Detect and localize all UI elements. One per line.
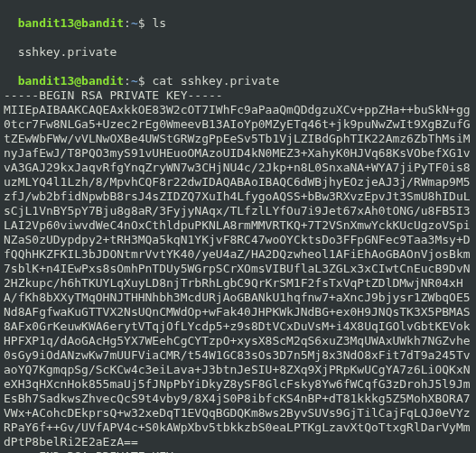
rsa-key-begin: -----BEGIN RSA PRIVATE KEY----- <box>4 88 472 103</box>
prompt-path: ~ <box>131 74 138 88</box>
prompt-dollar: $ <box>138 16 145 30</box>
prompt-host: bandit <box>81 16 124 30</box>
command-cat: cat sshkey.private <box>152 74 279 88</box>
terminal-line: bandit13@bandit:~$ cat sshkey.private <box>4 60 472 88</box>
terminal-line: bandit13@bandit:~$ ls <box>4 2 472 31</box>
command-ls: ls <box>152 16 166 30</box>
terminal-line: sshkey.private <box>4 31 472 60</box>
prompt-colon: : <box>124 16 131 30</box>
prompt-dollar: $ <box>138 74 145 88</box>
prompt-path: ~ <box>131 16 138 30</box>
prompt-colon: : <box>124 74 131 88</box>
prompt-at: @ <box>74 74 81 88</box>
rsa-key-body: MIIEpAIBAAKCAQEAxkkOE83W2cOT7IWhFc9aPaaQ… <box>4 103 472 449</box>
rsa-key-end: -----END RSA PRIVATE KEY----- <box>4 449 472 453</box>
prompt-user: bandit13 <box>18 16 75 30</box>
prompt-host: bandit <box>81 74 124 88</box>
prompt-at: @ <box>74 16 81 30</box>
ls-output: sshkey.private <box>18 45 117 59</box>
prompt-user: bandit13 <box>18 74 75 88</box>
